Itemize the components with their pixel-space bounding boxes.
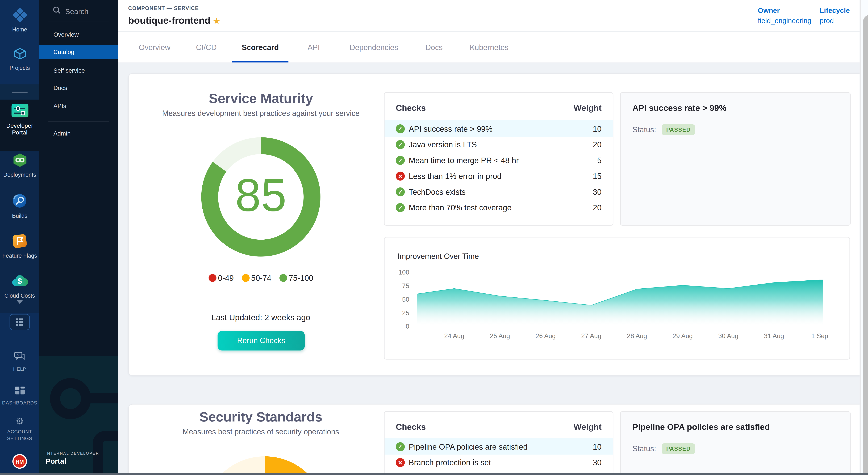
owner-value[interactable]: field_engineering xyxy=(758,17,811,25)
sidebar-item-self-service[interactable]: Self service xyxy=(39,62,118,79)
tab-overview[interactable]: Overview xyxy=(133,32,176,63)
checks-table-header: Checks Weight xyxy=(396,103,601,113)
gauge-legend: 0-49 50-74 75-100 xyxy=(129,273,393,283)
weight-header-label: Weight xyxy=(574,103,601,113)
x-axis-tick: 30 Aug xyxy=(711,332,745,339)
rail-divider xyxy=(12,92,28,93)
checks-table: Checks Weight ✓ API success rate > 99% 1… xyxy=(384,92,613,226)
breadcrumb: COMPONENT — SERVICE xyxy=(128,5,199,11)
favorite-star-icon[interactable]: ★ xyxy=(213,16,220,27)
checks-table-header: Checks Weight xyxy=(396,422,601,432)
check-pass-icon: ✓ xyxy=(396,203,405,212)
improvement-chart: Improvement Over Time 1007550250 24 Aug2… xyxy=(384,237,850,359)
svg-text:?: ? xyxy=(17,353,20,357)
rail-item-help[interactable]: ? HELP xyxy=(0,352,39,373)
check-row[interactable]: ✓ Mean time to merge PR < 48 hr 5 xyxy=(384,152,613,168)
rail-item-account-settings[interactable]: ⚙ ACCOUNT SETTINGS xyxy=(0,417,39,442)
chevron-down-icon[interactable] xyxy=(16,300,23,304)
home-icon xyxy=(13,8,27,24)
sidebar-item-overview[interactable]: Overview xyxy=(39,26,118,43)
sidebar-item-docs[interactable]: Docs xyxy=(39,80,118,97)
check-pass-icon: ✓ xyxy=(396,442,405,451)
feature-flags-icon xyxy=(12,234,27,250)
module-grid-button[interactable] xyxy=(9,314,30,330)
check-row[interactable]: ✓ Pipeline OPA policies are satisfied 10 xyxy=(384,438,613,455)
check-pass-icon: ✓ xyxy=(396,187,405,196)
rail-item-projects[interactable]: Projects xyxy=(0,47,39,71)
rail-item-feature-flags[interactable]: Feature Flags xyxy=(0,234,39,259)
checks-header-label: Checks xyxy=(396,422,426,432)
legend-dot-green xyxy=(279,274,287,282)
sidebar-divider xyxy=(49,21,109,21)
rail-item-label: Cloud Costs xyxy=(4,293,35,299)
check-row[interactable]: ✓ API success rate > 99% 10 xyxy=(384,120,613,137)
tab-kubernetes[interactable]: Kubernetes xyxy=(461,32,517,63)
rail-item-builds[interactable]: Builds xyxy=(0,194,39,219)
legend-dot-yellow xyxy=(242,274,249,282)
rail-item-dashboards[interactable]: DASHBOARDS xyxy=(0,387,39,406)
search-icon xyxy=(53,6,61,16)
sidebar-divider xyxy=(49,121,109,121)
rail-item-label: ACCOUNT SETTINGS xyxy=(2,428,37,442)
nav-rail: Home Projects DeveloperPortal xyxy=(0,0,39,475)
rail-section-strip xyxy=(0,84,39,99)
y-axis-tick: 0 xyxy=(389,323,409,330)
check-fail-icon: ✕ xyxy=(396,172,405,181)
rail-item-label: Home xyxy=(12,26,27,33)
decorative-ring xyxy=(50,378,91,419)
rerun-checks-button[interactable]: Rerun Checks xyxy=(218,331,305,350)
weight-header-label: Weight xyxy=(574,422,601,432)
area-chart xyxy=(384,237,849,359)
sidebar-item-apis[interactable]: APIs xyxy=(39,97,118,115)
sidebar-item-catalog[interactable]: Catalog xyxy=(39,45,118,59)
sidebar-footer-line2: Portal xyxy=(45,457,66,466)
check-row[interactable]: ✓ TechDocs exists 30 xyxy=(384,184,613,200)
svg-text:$: $ xyxy=(17,277,22,286)
tab-api[interactable]: API xyxy=(297,32,331,63)
x-axis-tick: 1 Sep xyxy=(803,332,837,339)
check-status-row: Status: PASSED xyxy=(632,124,695,135)
sidebar-search[interactable]: Search xyxy=(53,6,88,16)
builds-icon xyxy=(12,194,27,210)
legend-dot-red xyxy=(209,274,216,282)
rail-item-cloud-costs[interactable]: $ Cloud Costs xyxy=(0,274,39,299)
lifecycle-value[interactable]: prod xyxy=(820,17,834,25)
check-row[interactable]: ✓ More than 70% test coverage 20 xyxy=(384,200,613,216)
tab-scorecard[interactable]: Scorecard xyxy=(232,32,288,63)
rail-item-deployments[interactable]: Deployments xyxy=(0,153,39,178)
avatar[interactable]: HM xyxy=(12,454,27,469)
rail-item-label: DASHBOARDS xyxy=(2,399,37,406)
status-label: Status: xyxy=(632,444,656,453)
dashboards-icon xyxy=(15,387,25,397)
check-pass-icon: ✓ xyxy=(396,156,405,165)
last-updated: Last Updated: 2 weeks ago xyxy=(129,313,393,322)
check-pass-icon: ✓ xyxy=(396,124,405,133)
tab-dependencies[interactable]: Dependencies xyxy=(340,32,408,63)
y-axis-tick: 50 xyxy=(389,296,409,303)
developer-portal-icon xyxy=(11,103,28,120)
check-row[interactable]: ✕ Less than 1% error in prod 15 xyxy=(384,168,613,184)
rail-item-developer-portal[interactable]: DeveloperPortal xyxy=(0,103,39,136)
active-tab-underline xyxy=(232,61,288,63)
help-icon: ? xyxy=(14,352,25,363)
rail-item-home[interactable]: Home xyxy=(0,8,39,33)
tab-cicd[interactable]: CI/CD xyxy=(187,32,225,63)
cloud-costs-icon: $ xyxy=(11,274,28,290)
bottom-bar xyxy=(0,473,868,475)
check-status-row: Status: PASSED xyxy=(632,443,695,454)
check-row[interactable]: ✕ Branch protection is set 30 xyxy=(384,455,613,471)
x-axis-tick: 29 Aug xyxy=(666,332,700,339)
owner-label: Owner xyxy=(758,7,780,14)
check-row[interactable]: ✓ Java version is LTS 20 xyxy=(384,137,613,152)
tab-docs[interactable]: Docs xyxy=(417,32,451,63)
legend-item: 50-74 xyxy=(242,273,271,283)
rail-item-label: DeveloperPortal xyxy=(6,122,33,136)
scrollbar-thumb[interactable] xyxy=(863,14,868,475)
status-badge: PASSED xyxy=(662,124,695,135)
sidebar-item-admin[interactable]: Admin xyxy=(39,125,118,142)
status-badge: PASSED xyxy=(662,443,695,454)
x-axis-tick: 26 Aug xyxy=(529,332,562,339)
checks-table: Checks Weight ✓ Pipeline OPA policies ar… xyxy=(384,411,613,475)
scorecard-service-maturity: Service Maturity Measures development be… xyxy=(128,73,868,376)
maturity-score: 85 xyxy=(201,172,320,218)
